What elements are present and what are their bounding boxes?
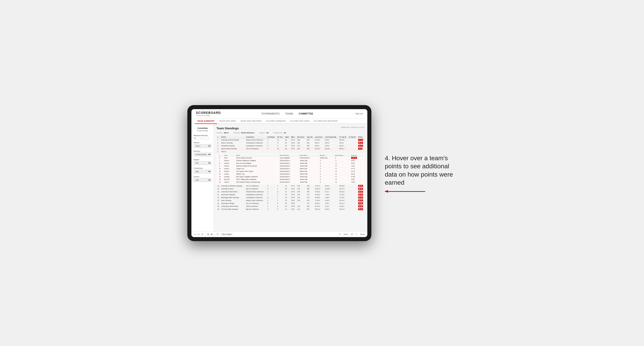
nav-tournaments[interactable]: TOURNAMENTS	[261, 113, 280, 115]
subnav-team-summary[interactable]: TEAM SUMMARY	[195, 119, 217, 124]
report-header: Team Standings Update time: 13/03/2024 1…	[216, 127, 365, 130]
main-nav: TOURNAMENTS TEAMS COMMITTEE	[261, 113, 313, 115]
sidebar-section-rounds: Minimum Rounds -	[194, 135, 212, 139]
nav-teams[interactable]: TEAMS	[285, 113, 293, 115]
red-arrow	[385, 191, 425, 192]
tooltip-detail-row: 7 Univers Southern Highlands Collegiate …	[218, 159, 363, 162]
sidebar-section-gender: Gender Men's Women's	[194, 142, 212, 148]
tooltip-row: # Team Event Event Division Event Type R…	[216, 153, 365, 184]
sidebar-region-select[interactable]: N/A	[194, 161, 212, 165]
annotation: 4. Hover over a team's points to see add…	[385, 154, 457, 192]
logo-sub: Powered by clippi	[196, 115, 221, 117]
table-row: 23 Duke University Atlantic Coast Confer…	[216, 199, 365, 202]
sidebar-section-region: Region N/A	[194, 159, 212, 165]
points-value[interactable]: 97.02	[358, 139, 363, 141]
update-time: Update time: 13/03/2024 10:03:42	[341, 127, 365, 128]
col-school: School	[220, 136, 245, 139]
tooltip-detail-row: 11 Florida I The Cypress Point Classic N…	[218, 170, 363, 173]
col-rank: #	[216, 136, 220, 139]
standings-table: # School Conference Conf Rank No Tour Rn…	[216, 136, 365, 211]
sidebar-label-rounds: Minimum Rounds	[194, 135, 212, 137]
main-content: Committee Portal Review Minimum Rounds -…	[192, 124, 367, 231]
tooltip-detail-row: 14 East Ten OFCC Fighting Illini Invitat…	[218, 178, 363, 181]
sidebar-label-division: Division	[194, 150, 212, 152]
filter-division: Division: NCAA Division I	[233, 132, 255, 134]
table-row: 18 University of California, Berkeley Pa…	[216, 184, 365, 187]
col-vs25: Vs Top 25	[338, 136, 348, 139]
sidebar-label-conference: Conference	[194, 167, 212, 169]
annotation-text: 4. Hover over a team's points to see add…	[385, 154, 457, 187]
footer-controls-left: ↩ ↪ ↺ | ⧉ ⊞ | ⏱ View: Original	[194, 233, 233, 236]
filter-region: Region: All	[259, 132, 268, 134]
sidebar-label-gender: Gender	[194, 142, 212, 144]
sidebar-min-rounds[interactable]	[194, 137, 200, 139]
tooltip-detail-row: 6 Team Arizona State University Cato Col…	[218, 157, 363, 159]
logo-area: SCOREBOARD Powered by clippi	[196, 111, 221, 117]
share-button[interactable]: Share	[360, 233, 365, 235]
tooltip-detail-row: 13 Georgia Ben Hogan Collegiate Invitati…	[218, 175, 363, 178]
table-row: 22 Mississippi State University Southeas…	[216, 196, 365, 199]
table-row: 1 University of North Carolina Atlantic …	[216, 139, 365, 141]
subnav-player-summary[interactable]: PLAYER SUMMARY	[264, 119, 288, 124]
refresh-icon[interactable]: ↺	[201, 233, 203, 235]
sidebar-section-division: Division NCAA Division I	[194, 150, 212, 157]
sidebar-section-school: School (All)	[194, 176, 212, 182]
table-row: 25 University of North Florida ASUN Conf…	[216, 205, 365, 208]
sidebar-section-conference: Conference (All)	[194, 167, 212, 173]
watch-button[interactable]: Watch	[344, 233, 348, 235]
redo-icon[interactable]: ↪	[198, 233, 200, 235]
report-title: Team Standings	[216, 127, 239, 130]
sign-out-button[interactable]: Sign out	[356, 113, 363, 115]
undo-icon[interactable]: ↩	[194, 233, 196, 235]
table-row: 3 Vanderbilt University Southeastern Con…	[216, 144, 365, 147]
sidebar-conference-select[interactable]: (All)	[194, 170, 212, 173]
subnav-team-h2h-heatmap[interactable]: TEAM H2H HEATMAP	[238, 119, 264, 124]
separator: |	[205, 233, 206, 235]
sidebar-label-school: School	[194, 176, 212, 178]
col-no-tour: No Tour	[276, 136, 284, 139]
copy-icon[interactable]: ⧉	[207, 233, 209, 236]
view-label[interactable]: View: Original	[220, 233, 233, 235]
table-row: 5 Texas T...	[216, 150, 365, 153]
col-conference: Conference	[245, 136, 266, 139]
clock-icon[interactable]: ⏱	[216, 233, 219, 235]
sidebar-school-select[interactable]: (All)	[194, 178, 212, 182]
col-low-score: Low Score	[314, 136, 324, 139]
col-points: Points	[357, 136, 365, 139]
sidebar-subtitle: Portal Review	[194, 130, 212, 132]
col-avg-sg: Avg. SG	[306, 136, 314, 139]
sub-nav: TEAM SUMMARY TEAM H2H GRID TEAM H2H HEAT…	[192, 119, 367, 124]
sidebar-label-region: Region	[194, 159, 212, 161]
report-area: Team Standings Update time: 13/03/2024 1…	[214, 124, 367, 231]
table-row: 26 The Ohio State University Big Ten Con…	[216, 208, 365, 211]
tooltip-detail-row: 12 Univers Williams Cup NCAA Division I …	[218, 173, 363, 175]
col-vs50: Vs Top 50	[348, 136, 357, 139]
col-adj-score: Adj. Score	[296, 136, 306, 139]
grid-icon[interactable]: ⊞	[211, 233, 212, 235]
sidebar-range-rounds: -	[194, 137, 212, 139]
tablet-device: SCOREBOARD Powered by clippi TOURNAMENTS…	[187, 105, 371, 241]
expand-icon[interactable]: ⛶	[356, 233, 358, 235]
table-row: 20 University of New Mexico Mountain Wes…	[216, 190, 365, 193]
sidebar-gender-select[interactable]: Men's Women's	[194, 144, 212, 148]
tablet-screen: SCOREBOARD Powered by clippi TOURNAMENTS…	[192, 109, 367, 237]
subnav-team-h2h-grid[interactable]: TEAM H2H GRID	[217, 119, 238, 124]
tooltip-detail-row: 8 Univers Amer An Intercollegiate NCAA D…	[218, 162, 363, 165]
arrow-container	[385, 191, 457, 192]
tooltip-detail-table: # Team Event Event Division Event Type R…	[218, 154, 363, 183]
page-wrapper: SCOREBOARD Powered by clippi TOURNAMENTS…	[165, 105, 479, 241]
app-header: SCOREBOARD Powered by clippi TOURNAMENTS…	[192, 109, 367, 119]
tooltip-detail-row: 15 Univers 2023 Sahalee Players Champion…	[218, 181, 363, 183]
sidebar-division-select[interactable]: NCAA Division I	[194, 153, 212, 157]
table-row: 21 University of Alabama Southeastern Co…	[216, 193, 365, 196]
table-header: # School Conference Conf Rank No Tour Rn…	[216, 136, 365, 139]
filter-conference: Conference: All	[273, 132, 286, 134]
comment-icon[interactable]: 💬	[351, 233, 353, 235]
subnav-player-h2h-heatmap[interactable]: PLAYER H2H HEATMAP	[312, 119, 340, 124]
nav-committee[interactable]: COMMITTEE	[299, 113, 313, 115]
table-row: 2 Auburn University Southeastern Confere…	[216, 141, 365, 144]
sidebar: Committee Portal Review Minimum Rounds -…	[192, 124, 214, 231]
sidebar-max-rounds[interactable]	[202, 137, 209, 139]
col-wins: Wins	[290, 136, 296, 139]
subnav-player-h2h-grid[interactable]: PLAYER H2H GRID	[288, 119, 312, 124]
